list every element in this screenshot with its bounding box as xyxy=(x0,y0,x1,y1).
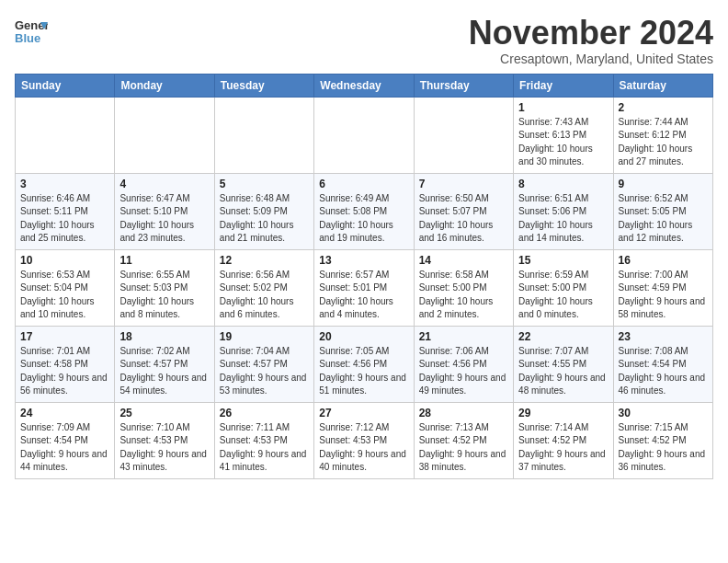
calendar-cell: 21Sunrise: 7:06 AMSunset: 4:56 PMDayligh… xyxy=(414,326,513,402)
logo: General Blue xyxy=(15,15,48,48)
calendar-cell xyxy=(214,97,313,173)
calendar-cell: 14Sunrise: 6:58 AMSunset: 5:00 PMDayligh… xyxy=(414,249,513,326)
day-info: Sunrise: 7:08 AMSunset: 4:54 PMDaylight:… xyxy=(619,345,708,398)
calendar-cell: 10Sunrise: 6:53 AMSunset: 5:04 PMDayligh… xyxy=(16,249,115,326)
calendar-cell: 11Sunrise: 6:55 AMSunset: 5:03 PMDayligh… xyxy=(115,249,214,326)
day-info: Sunrise: 7:00 AMSunset: 4:59 PMDaylight:… xyxy=(619,269,708,322)
calendar-cell: 20Sunrise: 7:05 AMSunset: 4:56 PMDayligh… xyxy=(314,326,414,402)
calendar-cell: 19Sunrise: 7:04 AMSunset: 4:57 PMDayligh… xyxy=(214,326,313,402)
calendar-cell: 8Sunrise: 6:51 AMSunset: 5:06 PMDaylight… xyxy=(514,173,613,249)
day-info: Sunrise: 6:51 AMSunset: 5:06 PMDaylight:… xyxy=(518,192,608,246)
day-info: Sunrise: 7:15 AMSunset: 4:52 PMDaylight:… xyxy=(619,421,708,475)
calendar-week-row: 3Sunrise: 6:46 AMSunset: 5:11 PMDaylight… xyxy=(16,173,713,249)
day-number: 28 xyxy=(419,407,508,419)
day-number: 22 xyxy=(518,330,608,343)
calendar-cell xyxy=(314,97,414,173)
day-info: Sunrise: 6:47 AMSunset: 5:10 PMDaylight:… xyxy=(119,192,209,246)
day-number: 13 xyxy=(319,254,408,267)
day-number: 9 xyxy=(619,178,708,190)
calendar-cell: 17Sunrise: 7:01 AMSunset: 4:58 PMDayligh… xyxy=(16,326,115,402)
col-saturday: Saturday xyxy=(613,74,712,97)
col-tuesday: Tuesday xyxy=(214,74,313,97)
day-number: 4 xyxy=(119,178,209,190)
calendar-cell: 29Sunrise: 7:14 AMSunset: 4:52 PMDayligh… xyxy=(514,402,613,478)
location: Cresaptown, Maryland, United States xyxy=(469,52,713,66)
calendar-cell: 28Sunrise: 7:13 AMSunset: 4:52 PMDayligh… xyxy=(414,402,513,478)
day-number: 27 xyxy=(319,407,408,419)
page-header: General Blue November 2024 Cresaptown, M… xyxy=(15,15,713,66)
day-info: Sunrise: 6:55 AMSunset: 5:03 PMDaylight:… xyxy=(119,269,209,322)
day-number: 11 xyxy=(119,254,209,267)
day-number: 14 xyxy=(419,254,508,267)
day-number: 10 xyxy=(20,254,109,267)
col-sunday: Sunday xyxy=(16,74,115,97)
calendar-header-row: Sunday Monday Tuesday Wednesday Thursday… xyxy=(16,74,713,97)
day-info: Sunrise: 6:52 AMSunset: 5:05 PMDaylight:… xyxy=(619,192,708,246)
month-title: November 2024 xyxy=(469,15,713,52)
calendar-cell xyxy=(16,97,115,173)
day-number: 20 xyxy=(319,330,408,343)
day-info: Sunrise: 6:49 AMSunset: 5:08 PMDaylight:… xyxy=(319,192,408,246)
day-number: 24 xyxy=(20,407,109,419)
day-number: 6 xyxy=(319,178,408,190)
calendar-cell: 5Sunrise: 6:48 AMSunset: 5:09 PMDaylight… xyxy=(214,173,313,249)
day-info: Sunrise: 7:06 AMSunset: 4:56 PMDaylight:… xyxy=(419,345,508,398)
day-info: Sunrise: 6:46 AMSunset: 5:11 PMDaylight:… xyxy=(20,192,109,246)
calendar-cell: 4Sunrise: 6:47 AMSunset: 5:10 PMDaylight… xyxy=(115,173,214,249)
calendar-cell: 6Sunrise: 6:49 AMSunset: 5:08 PMDaylight… xyxy=(314,173,414,249)
col-wednesday: Wednesday xyxy=(314,74,414,97)
calendar-cell xyxy=(414,97,513,173)
calendar-cell: 13Sunrise: 6:57 AMSunset: 5:01 PMDayligh… xyxy=(314,249,414,326)
day-number: 29 xyxy=(518,407,608,419)
day-info: Sunrise: 6:48 AMSunset: 5:09 PMDaylight:… xyxy=(220,192,309,246)
day-number: 16 xyxy=(619,254,708,267)
day-info: Sunrise: 7:01 AMSunset: 4:58 PMDaylight:… xyxy=(20,345,109,398)
col-friday: Friday xyxy=(514,74,613,97)
calendar-cell: 7Sunrise: 6:50 AMSunset: 5:07 PMDaylight… xyxy=(414,173,513,249)
calendar-week-row: 1Sunrise: 7:43 AMSunset: 6:13 PMDaylight… xyxy=(16,97,713,173)
calendar-cell: 23Sunrise: 7:08 AMSunset: 4:54 PMDayligh… xyxy=(613,326,712,402)
day-info: Sunrise: 7:13 AMSunset: 4:52 PMDaylight:… xyxy=(419,421,508,475)
day-info: Sunrise: 7:04 AMSunset: 4:57 PMDaylight:… xyxy=(220,345,309,398)
calendar-cell: 26Sunrise: 7:11 AMSunset: 4:53 PMDayligh… xyxy=(214,402,313,478)
calendar-cell: 22Sunrise: 7:07 AMSunset: 4:55 PMDayligh… xyxy=(514,326,613,402)
calendar-cell: 18Sunrise: 7:02 AMSunset: 4:57 PMDayligh… xyxy=(115,326,214,402)
calendar-week-row: 17Sunrise: 7:01 AMSunset: 4:58 PMDayligh… xyxy=(16,326,713,402)
day-number: 25 xyxy=(119,407,209,419)
day-info: Sunrise: 7:43 AMSunset: 6:13 PMDaylight:… xyxy=(518,116,608,169)
day-info: Sunrise: 6:53 AMSunset: 5:04 PMDaylight:… xyxy=(20,269,109,322)
logo-icon: General Blue xyxy=(15,15,48,48)
col-thursday: Thursday xyxy=(414,74,513,97)
calendar-cell: 15Sunrise: 6:59 AMSunset: 5:00 PMDayligh… xyxy=(514,249,613,326)
day-number: 19 xyxy=(220,330,309,343)
day-number: 8 xyxy=(518,178,608,190)
day-info: Sunrise: 7:07 AMSunset: 4:55 PMDaylight:… xyxy=(518,345,608,398)
day-info: Sunrise: 7:11 AMSunset: 4:53 PMDaylight:… xyxy=(220,421,309,475)
day-info: Sunrise: 7:10 AMSunset: 4:53 PMDaylight:… xyxy=(119,421,209,475)
calendar-cell: 16Sunrise: 7:00 AMSunset: 4:59 PMDayligh… xyxy=(613,249,712,326)
day-number: 1 xyxy=(518,101,608,114)
day-number: 30 xyxy=(619,407,708,419)
day-info: Sunrise: 7:14 AMSunset: 4:52 PMDaylight:… xyxy=(518,421,608,475)
calendar-cell: 9Sunrise: 6:52 AMSunset: 5:05 PMDaylight… xyxy=(613,173,712,249)
calendar-cell: 12Sunrise: 6:56 AMSunset: 5:02 PMDayligh… xyxy=(214,249,313,326)
day-number: 2 xyxy=(619,101,708,114)
calendar-cell: 27Sunrise: 7:12 AMSunset: 4:53 PMDayligh… xyxy=(314,402,414,478)
day-info: Sunrise: 7:05 AMSunset: 4:56 PMDaylight:… xyxy=(319,345,408,398)
calendar-cell: 3Sunrise: 6:46 AMSunset: 5:11 PMDaylight… xyxy=(16,173,115,249)
svg-text:Blue: Blue xyxy=(15,31,40,45)
calendar-cell xyxy=(115,97,214,173)
day-info: Sunrise: 7:09 AMSunset: 4:54 PMDaylight:… xyxy=(20,421,109,475)
day-number: 3 xyxy=(20,178,109,190)
col-monday: Monday xyxy=(115,74,214,97)
calendar-cell: 30Sunrise: 7:15 AMSunset: 4:52 PMDayligh… xyxy=(613,402,712,478)
day-info: Sunrise: 7:44 AMSunset: 6:12 PMDaylight:… xyxy=(619,116,708,169)
day-number: 5 xyxy=(220,178,309,190)
calendar-cell: 1Sunrise: 7:43 AMSunset: 6:13 PMDaylight… xyxy=(514,97,613,173)
calendar-table: Sunday Monday Tuesday Wednesday Thursday… xyxy=(15,74,713,479)
day-info: Sunrise: 7:12 AMSunset: 4:53 PMDaylight:… xyxy=(319,421,408,475)
calendar-week-row: 10Sunrise: 6:53 AMSunset: 5:04 PMDayligh… xyxy=(16,249,713,326)
day-info: Sunrise: 7:02 AMSunset: 4:57 PMDaylight:… xyxy=(119,345,209,398)
day-number: 17 xyxy=(20,330,109,343)
day-number: 7 xyxy=(419,178,508,190)
